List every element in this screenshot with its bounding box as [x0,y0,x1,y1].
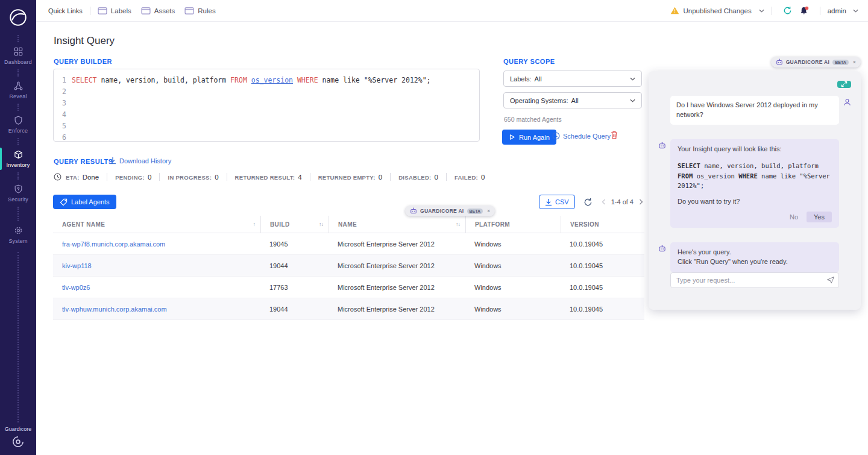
stat-eta: ETA:Done [66,174,99,181]
sql-keyword: FROM [230,76,247,84]
sidebar-footer: Guardicore [5,426,32,455]
run-again-button[interactable]: Run Again [502,130,556,145]
warning-icon [670,7,679,14]
user-menu[interactable]: admin [828,7,858,14]
sql-keyword: FROM [678,172,693,180]
version-cell: 10.0.19045 [561,306,644,313]
name-cell: Microsoft Enterprise Server 2012 [329,284,465,291]
labels-dropdown[interactable]: Labels: All [503,71,642,87]
column-header-version[interactable]: VERSION [561,216,644,233]
unpublished-changes-button[interactable]: Unpublished Changes [670,7,764,14]
user-icon [843,98,851,106]
csv-label: CSV [555,198,569,206]
chip-label: GUARDICORE AI [786,59,830,65]
sql-keyword: WHERE [297,76,318,84]
no-button[interactable]: No [784,212,804,222]
column-header-agent-name[interactable]: AGENT NAME↑ [53,216,260,233]
chevron-right-icon[interactable] [638,198,644,206]
yes-button[interactable]: Yes [807,212,832,222]
download-history-button[interactable]: Download History [109,157,171,165]
sidebar-item-reveal[interactable]: Reveal [0,77,36,104]
ai-message-bubble: Here's your query. Click "Run Query" whe… [670,242,839,272]
close-icon[interactable]: × [853,59,856,65]
ai-followup-line1: Here's your query. [678,248,832,257]
page-title: Insight Query [54,35,115,47]
guardicore-ai-chip[interactable]: GUARDICORE AI BETA × [771,57,861,67]
schedule-query-button[interactable]: Schedule Query [552,132,611,140]
sql-space [293,76,297,84]
column-header-platform[interactable]: PLATFORM [465,216,561,233]
label-agents-button[interactable]: Label Agents [53,195,116,209]
guardicore-ai-panel: Do I have Windows Server 2012 deployed i… [649,71,861,310]
sidebar-item-label: Inventory [7,162,30,168]
sql-keyword: SELECT [72,76,97,84]
results-status-bar: ETA:Done PENDING:0 IN PROGRESS:0 RETURNE… [54,173,485,181]
send-icon[interactable] [826,276,835,284]
quick-links-label: Quick Links [48,7,83,14]
chevron-left-icon[interactable] [600,198,607,206]
sidebar-item-label: System [8,238,27,244]
label-agents-label: Label Agents [71,198,110,206]
delete-query-button[interactable] [611,131,618,139]
dashboard-icon [14,47,23,56]
notifications-bell-button[interactable] [796,4,813,18]
tag-icon [60,198,68,206]
chat-input-row [670,272,839,288]
query-results-heading: QUERY RESULTS [54,158,113,165]
topbar-link-label: Assets [154,7,175,14]
sidebar-item-security[interactable]: Security [0,180,36,207]
table-row: fra-wp7f8.munich.corp.akamai.com 19045 M… [53,233,644,255]
sidebar-item-inventory[interactable]: Inventory [0,145,36,172]
sync-button[interactable] [779,4,796,17]
sidebar-item-enforce[interactable]: Enforce [0,111,36,138]
ai-panel-expand-button[interactable] [837,81,851,88]
agent-name-link[interactable]: tlv-wp0z6 [53,284,260,291]
sql-table-name: os_version [251,76,293,84]
chat-message-ai: Here's your query. Click "Run Query" whe… [658,242,851,272]
brand-label: Guardicore [5,426,32,432]
topbar-link-labels[interactable]: Labels [98,7,131,14]
operating-systems-dropdown[interactable]: Operating Systems: All [503,92,642,108]
refresh-results-button[interactable] [583,198,593,207]
topbar-link-label: Labels [111,7,131,14]
divider [159,173,160,181]
akamai-logo[interactable] [0,0,36,35]
robot-icon [776,58,783,66]
divider [107,173,107,181]
sort-asc-icon[interactable]: ↑ [253,221,256,227]
topbar-link-rules[interactable]: Rules [184,7,215,14]
guardicore-ai-chip[interactable]: GUARDICORE AI BETA × [405,206,495,216]
chat-input[interactable] [670,272,839,288]
assets-icon [141,7,151,14]
sql-space [247,76,251,84]
ai-question-text: Do you want to try it? [678,197,832,207]
agent-name-link[interactable]: fra-wp7f8.munich.corp.akamai.com [53,240,260,248]
export-csv-button[interactable]: CSV [539,195,575,209]
line-number: 1 [58,75,66,86]
sidebar-item-system[interactable]: System [0,221,36,248]
line-number: 4 [58,109,66,121]
line-number: 5 [58,121,66,132]
sidebar-item-label: Security [8,196,28,202]
agent-name-link[interactable]: tlv-wphuw.munich.corp.akamai.com [53,306,260,313]
query-editor[interactable]: 1 2 3 4 5 6 SELECT name, version, build,… [53,69,480,142]
close-icon[interactable]: × [487,208,490,214]
sidebar-item-label: Dashboard [4,59,32,65]
sql-keyword: WHERE [738,172,758,180]
agent-name-link[interactable]: kiv-wp118 [53,262,260,269]
clock-icon [54,173,61,181]
divider [772,7,772,15]
ai-intro-text: Your Insight query will look like this: [678,145,832,154]
table-header-row: AGENT NAME↑ BUILD↑↓ NAME↑↓ PLATFORM VERS… [53,216,644,233]
user-message-bubble: Do I have Windows Server 2012 deployed i… [670,96,839,125]
sidebar-item-dashboard[interactable]: Dashboard [0,42,36,69]
sort-both-icon[interactable]: ↑↓ [319,221,323,227]
column-header-name[interactable]: NAME↑↓ [329,216,465,233]
guardicore-logo[interactable] [12,436,24,448]
sort-both-icon[interactable]: ↑↓ [456,221,460,227]
gear-icon [14,226,23,235]
topbar-link-assets[interactable]: Assets [141,7,175,14]
column-header-build[interactable]: BUILD↑↓ [260,216,329,233]
platform-cell: Windows [465,306,561,313]
chat-message-user: Do I have Windows Server 2012 deployed i… [658,96,851,125]
